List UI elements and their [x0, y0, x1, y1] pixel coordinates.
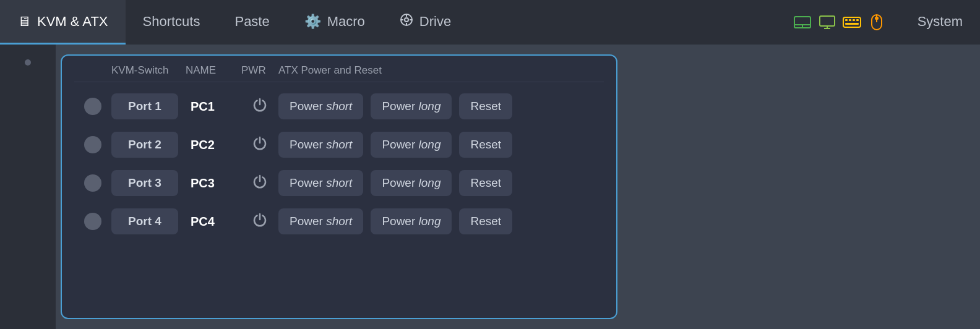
- port-name-1: PC1: [186, 100, 241, 114]
- power-icon-3[interactable]: [252, 174, 267, 192]
- tab-paste[interactable]: Paste: [217, 0, 286, 45]
- power-long-button-3[interactable]: Power long: [371, 170, 452, 196]
- right-area: [617, 45, 980, 329]
- table-row: Port 4 PC4 Power short Power long Reset: [74, 202, 604, 241]
- table-row: Port 3 PC3 Power short Power long Reset: [74, 164, 604, 202]
- atx-buttons-2: Power short Power long Reset: [278, 132, 604, 158]
- port-indicator-4: [84, 213, 101, 230]
- tab-paste-label: Paste: [234, 14, 269, 30]
- atx-buttons-1: Power short Power long Reset: [278, 93, 604, 119]
- header-atx: ATX Power and Reset: [278, 64, 604, 77]
- tab-drive[interactable]: Drive: [382, 0, 468, 45]
- port-name-3: PC3: [186, 176, 241, 190]
- tab-drive-label: Drive: [419, 14, 451, 30]
- svg-rect-18: [845, 23, 859, 25]
- atx-buttons-3: Power short Power long Reset: [278, 170, 604, 196]
- main-area: KVM-Switch NAME PWR ATX Power and Reset …: [0, 45, 980, 329]
- reset-button-2[interactable]: Reset: [459, 132, 512, 158]
- macro-icon: ⚙️: [304, 14, 321, 30]
- header-name: NAME: [186, 64, 241, 77]
- header-kvm-switch: KVM-Switch: [111, 64, 186, 77]
- power-icon-1[interactable]: [252, 97, 267, 116]
- port-indicator-3: [84, 174, 101, 192]
- svg-rect-17: [856, 19, 859, 21]
- power-icon-4[interactable]: [252, 212, 267, 231]
- port-button-3[interactable]: Port 3: [111, 170, 178, 196]
- keyboard-status-icon: [841, 11, 863, 33]
- port-name-2: PC2: [186, 138, 241, 152]
- svg-rect-13: [843, 17, 861, 27]
- sidebar-dot: [25, 59, 31, 66]
- svg-rect-15: [849, 19, 851, 21]
- svg-rect-10: [820, 16, 835, 26]
- power-short-button-3[interactable]: Power short: [278, 170, 363, 196]
- header-pwr: PWR: [241, 64, 278, 77]
- network-status-icon: [791, 11, 814, 33]
- tab-shortcuts[interactable]: Shortcuts: [126, 0, 218, 45]
- power-icon-2[interactable]: [252, 135, 267, 154]
- table-row: Port 2 PC2 Power short Power long Reset: [74, 126, 604, 164]
- port-button-4[interactable]: Port 4: [111, 208, 178, 234]
- tab-macro-label: Macro: [327, 14, 365, 30]
- port-button-1[interactable]: Port 1: [111, 93, 178, 119]
- reset-button-3[interactable]: Reset: [459, 170, 512, 196]
- svg-rect-14: [845, 19, 848, 21]
- tab-system-label: System: [918, 14, 963, 30]
- power-long-button-2[interactable]: Power long: [371, 132, 452, 158]
- svg-point-1: [405, 18, 408, 22]
- port-button-2[interactable]: Port 2: [111, 132, 178, 158]
- kvm-panel: KVM-Switch NAME PWR ATX Power and Reset …: [61, 54, 617, 319]
- tab-system[interactable]: System: [900, 0, 980, 45]
- nav-bar: 🖥 KVM & ATX Shortcuts Paste ⚙️ Macro Dri…: [0, 0, 980, 45]
- tab-macro[interactable]: ⚙️ Macro: [287, 0, 382, 45]
- kvm-icon: 🖥: [17, 14, 31, 30]
- port-name-4: PC4: [186, 215, 241, 229]
- status-icons-group: [779, 0, 900, 45]
- power-long-button-4[interactable]: Power long: [371, 208, 452, 234]
- tab-shortcuts-label: Shortcuts: [143, 14, 200, 30]
- atx-buttons-4: Power short Power long Reset: [278, 208, 604, 234]
- power-short-button-1[interactable]: Power short: [278, 93, 363, 119]
- svg-rect-21: [875, 17, 879, 20]
- port-indicator-1: [84, 98, 101, 115]
- reset-button-4[interactable]: Reset: [459, 208, 512, 234]
- port-indicator-2: [84, 136, 101, 153]
- reset-button-1[interactable]: Reset: [459, 93, 512, 119]
- svg-rect-16: [853, 19, 855, 21]
- monitor-status-icon: [816, 11, 838, 33]
- tab-kvm-atx-label: KVM & ATX: [37, 14, 108, 30]
- table-row: Port 1 PC1 Power short Power long Reset: [74, 87, 604, 126]
- kvm-table-header: KVM-Switch NAME PWR ATX Power and Reset: [74, 56, 604, 82]
- drive-icon: [400, 13, 413, 30]
- sidebar: [0, 45, 56, 329]
- tab-kvm-atx[interactable]: 🖥 KVM & ATX: [0, 0, 126, 45]
- power-short-button-4[interactable]: Power short: [278, 208, 363, 234]
- mouse-status-icon: [866, 11, 888, 33]
- power-long-button-1[interactable]: Power long: [371, 93, 452, 119]
- port-rows-container: Port 1 PC1 Power short Power long Reset …: [74, 87, 604, 241]
- power-short-button-2[interactable]: Power short: [278, 132, 363, 158]
